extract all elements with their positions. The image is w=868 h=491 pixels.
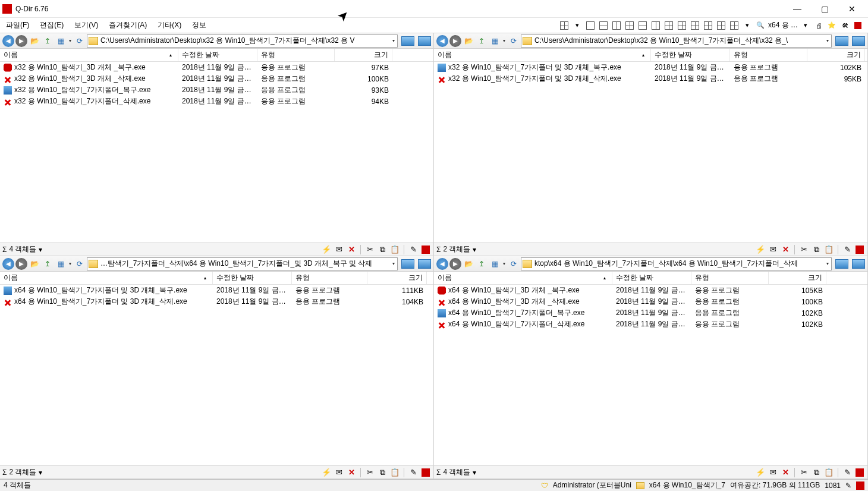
file-list[interactable]: x64 용 Win10_탐색기_3D 개체 _복구.exe 2018년 11월 … — [434, 285, 867, 465]
col-header-name[interactable]: 이름▴ — [0, 49, 178, 61]
address-input[interactable] — [100, 260, 391, 268]
delete-icon[interactable]: ✕ — [346, 244, 357, 255]
address-input[interactable] — [534, 260, 825, 268]
red-square-icon[interactable] — [854, 244, 865, 255]
file-list[interactable]: x64 용 Win10_탐색기_7가지폴더 및 3D 개체_복구.exe 201… — [0, 285, 433, 465]
monitor-icon-1[interactable] — [401, 36, 414, 46]
up-folder-icon[interactable]: 📂 — [29, 35, 40, 47]
status-count-dropdown[interactable]: ▾ — [39, 246, 42, 254]
up-arrow-icon[interactable]: ↥ — [42, 35, 54, 47]
minimize-button[interactable]: — — [784, 0, 811, 18]
status-count-dropdown[interactable]: ▾ — [39, 468, 42, 477]
layout-more-dropdown[interactable]: ▾ — [742, 20, 753, 31]
col-header-size[interactable]: 크기 — [367, 272, 427, 284]
table-row[interactable]: x64 용 Win10_탐색기_3D 개체 _복구.exe 2018년 11월 … — [434, 285, 867, 296]
table-row[interactable]: x32 용 Win10_탐색기_7가지폴더_복구.exe 2018년 11월 9… — [0, 84, 433, 96]
delete-icon[interactable]: ✕ — [780, 467, 791, 478]
address-dropdown[interactable]: ▾ — [391, 261, 396, 266]
close-button[interactable]: ✕ — [838, 0, 866, 18]
up-folder-icon[interactable]: 📂 — [29, 258, 40, 270]
menu-view[interactable]: 보기(V) — [73, 19, 99, 32]
col-header-name[interactable]: 이름▴ — [0, 272, 213, 284]
col-header-modified[interactable]: 수정한 날짜 — [178, 49, 257, 61]
forward-button[interactable]: ▶ — [449, 258, 461, 270]
search-icon[interactable]: 🔍 — [755, 20, 766, 31]
table-row[interactable]: x32 용 Win10_탐색기_3D 개체 _삭제.exe 2018년 11월 … — [0, 73, 433, 84]
menu-file[interactable]: 파일(F) — [5, 19, 30, 32]
power-icon[interactable]: ⚡ — [321, 467, 332, 478]
address-dropdown[interactable]: ▾ — [391, 38, 396, 43]
mail-icon[interactable]: ✉ — [334, 244, 344, 255]
up-arrow-icon[interactable]: ↥ — [42, 258, 54, 270]
layout-3b-button[interactable] — [637, 20, 648, 31]
layout-2v-button[interactable] — [611, 20, 622, 31]
cut-icon[interactable]: ✂ — [798, 467, 809, 478]
paste-icon[interactable]: 📋 — [389, 467, 400, 478]
forward-button[interactable]: ▶ — [15, 258, 27, 270]
status-count-dropdown[interactable]: ▾ — [473, 246, 476, 254]
layout-4a-button[interactable] — [663, 20, 674, 31]
address-bar[interactable]: ▾ — [87, 34, 398, 48]
power-icon[interactable]: ⚡ — [321, 244, 332, 255]
address-bar[interactable]: ▾ — [521, 34, 832, 48]
col-header-size[interactable]: 크기 — [769, 272, 826, 284]
address-bar[interactable]: ▾ — [521, 257, 832, 270]
refresh-icon[interactable]: ⟳ — [508, 35, 520, 47]
up-folder-icon[interactable]: 📂 — [463, 258, 474, 270]
view-mode-dropdown[interactable]: ▾ — [68, 261, 73, 266]
monitor-icon-2[interactable] — [852, 36, 865, 46]
monitor-icon-2[interactable] — [418, 36, 431, 46]
col-header-type[interactable]: 유형 — [691, 272, 769, 284]
view-mode-dropdown[interactable]: ▾ — [502, 38, 507, 43]
maximize-button[interactable]: ▢ — [811, 0, 838, 18]
layout-4f-button[interactable] — [729, 20, 740, 31]
delete-icon[interactable]: ✕ — [780, 244, 791, 255]
monitor-icon-1[interactable] — [835, 36, 848, 46]
table-row[interactable]: x32 용 Win10_탐색기_7가지폴더 및 3D 개체_복구.exe 201… — [434, 62, 867, 73]
file-list[interactable]: x32 용 Win10_탐색기_3D 개체 _복구.exe 2018년 11월 … — [0, 62, 433, 243]
red-square-icon[interactable] — [420, 467, 431, 478]
layout-grid-dropdown[interactable]: ▾ — [572, 20, 583, 31]
mini-icon[interactable] — [853, 20, 863, 31]
monitor-icon-2[interactable] — [852, 259, 865, 269]
address-input[interactable] — [100, 37, 391, 45]
monitor-icon-1[interactable] — [401, 259, 414, 269]
col-header-modified[interactable]: 수정한 날짜 — [612, 272, 691, 284]
back-button[interactable]: ◀ — [436, 258, 448, 270]
paste-icon[interactable]: 📋 — [823, 244, 834, 255]
view-mode-icon[interactable]: ▦ — [55, 35, 67, 47]
edit-icon[interactable]: ✎ — [842, 467, 853, 478]
red-square-icon[interactable] — [420, 244, 431, 255]
power-icon[interactable]: ⚡ — [755, 244, 766, 255]
menu-favorites[interactable]: 즐겨찾기(A) — [108, 19, 148, 32]
refresh-icon[interactable]: ⟳ — [74, 258, 86, 270]
status-count-dropdown[interactable]: ▾ — [473, 468, 476, 477]
cut-icon[interactable]: ✂ — [364, 244, 375, 255]
table-row[interactable]: x32 용 Win10_탐색기_7가지폴더_삭제.exe 2018년 11월 9… — [0, 96, 433, 107]
table-row[interactable]: x32 용 Win10_탐색기_7가지폴더 및 3D 개체_삭제.exe 201… — [434, 73, 867, 84]
copy-icon[interactable]: ⧉ — [811, 244, 822, 255]
edit-icon[interactable]: ✎ — [845, 481, 851, 490]
forward-button[interactable]: ▶ — [15, 35, 27, 47]
col-header-modified[interactable]: 수정한 날짜 — [651, 49, 730, 61]
table-row[interactable]: x64 용 Win10_탐색기_7가지폴더_복구.exe 2018년 11월 9… — [434, 307, 867, 319]
layout-4b-button[interactable] — [677, 20, 687, 31]
layout-3a-button[interactable] — [624, 20, 635, 31]
paste-icon[interactable]: 📋 — [823, 467, 834, 478]
col-header-size[interactable]: 크기 — [335, 49, 392, 61]
col-header-modified[interactable]: 수정한 날짜 — [213, 272, 292, 284]
copy-icon[interactable]: ⧉ — [377, 467, 388, 478]
back-button[interactable]: ◀ — [436, 35, 448, 47]
layout-2h-button[interactable] — [598, 20, 609, 31]
edit-icon[interactable]: ✎ — [408, 467, 419, 478]
col-header-type[interactable]: 유형 — [292, 272, 367, 284]
view-mode-dropdown[interactable]: ▾ — [68, 38, 73, 43]
forward-button[interactable]: ▶ — [449, 35, 461, 47]
refresh-icon[interactable]: ⟳ — [508, 258, 520, 270]
view-mode-icon[interactable]: ▦ — [489, 35, 501, 47]
mail-icon[interactable]: ✉ — [334, 467, 344, 478]
address-input[interactable] — [534, 37, 825, 45]
monitor-icon-2[interactable] — [418, 259, 431, 269]
menu-etc[interactable]: 기타(X) — [156, 19, 183, 32]
layout-1-button[interactable] — [585, 20, 596, 31]
